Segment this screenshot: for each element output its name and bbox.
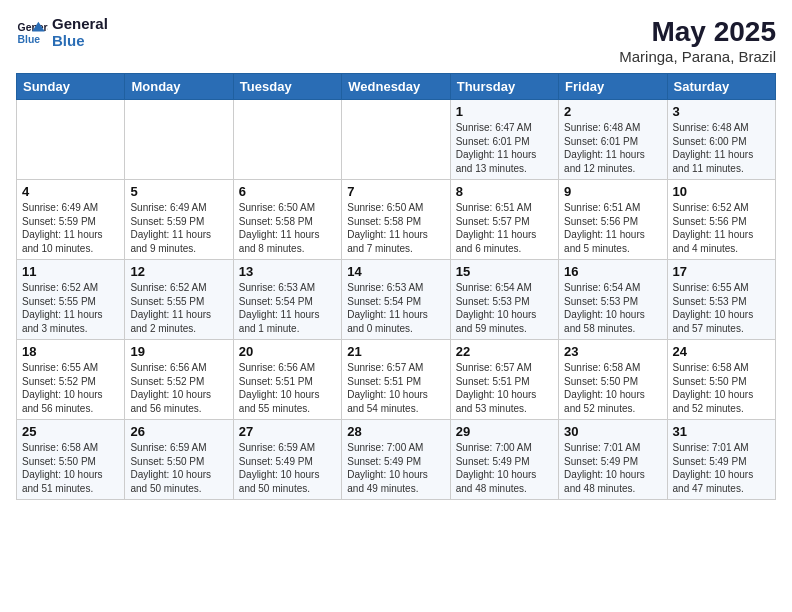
svg-text:General: General bbox=[18, 22, 48, 33]
day-number: 26 bbox=[130, 424, 227, 439]
calendar-cell bbox=[342, 100, 450, 180]
calendar-cell: 6Sunrise: 6:50 AM Sunset: 5:58 PM Daylig… bbox=[233, 180, 341, 260]
calendar-cell: 7Sunrise: 6:50 AM Sunset: 5:58 PM Daylig… bbox=[342, 180, 450, 260]
calendar-week-3: 11Sunrise: 6:52 AM Sunset: 5:55 PM Dayli… bbox=[17, 260, 776, 340]
calendar-week-5: 25Sunrise: 6:58 AM Sunset: 5:50 PM Dayli… bbox=[17, 420, 776, 500]
calendar-cell: 2Sunrise: 6:48 AM Sunset: 6:01 PM Daylig… bbox=[559, 100, 667, 180]
calendar-header-row: SundayMondayTuesdayWednesdayThursdayFrid… bbox=[17, 74, 776, 100]
day-number: 30 bbox=[564, 424, 661, 439]
calendar-cell bbox=[233, 100, 341, 180]
day-header-tuesday: Tuesday bbox=[233, 74, 341, 100]
day-number: 12 bbox=[130, 264, 227, 279]
day-info: Sunrise: 7:01 AM Sunset: 5:49 PM Dayligh… bbox=[564, 441, 661, 495]
calendar-cell: 20Sunrise: 6:56 AM Sunset: 5:51 PM Dayli… bbox=[233, 340, 341, 420]
calendar-week-2: 4Sunrise: 6:49 AM Sunset: 5:59 PM Daylig… bbox=[17, 180, 776, 260]
calendar-cell: 22Sunrise: 6:57 AM Sunset: 5:51 PM Dayli… bbox=[450, 340, 558, 420]
day-info: Sunrise: 6:48 AM Sunset: 6:00 PM Dayligh… bbox=[673, 121, 770, 175]
day-header-friday: Friday bbox=[559, 74, 667, 100]
calendar-cell: 24Sunrise: 6:58 AM Sunset: 5:50 PM Dayli… bbox=[667, 340, 775, 420]
day-number: 8 bbox=[456, 184, 553, 199]
day-info: Sunrise: 6:55 AM Sunset: 5:53 PM Dayligh… bbox=[673, 281, 770, 335]
calendar-cell: 28Sunrise: 7:00 AM Sunset: 5:49 PM Dayli… bbox=[342, 420, 450, 500]
logo-line2: Blue bbox=[52, 33, 108, 50]
day-info: Sunrise: 7:01 AM Sunset: 5:49 PM Dayligh… bbox=[673, 441, 770, 495]
calendar-cell: 15Sunrise: 6:54 AM Sunset: 5:53 PM Dayli… bbox=[450, 260, 558, 340]
day-header-thursday: Thursday bbox=[450, 74, 558, 100]
day-info: Sunrise: 6:47 AM Sunset: 6:01 PM Dayligh… bbox=[456, 121, 553, 175]
day-info: Sunrise: 7:00 AM Sunset: 5:49 PM Dayligh… bbox=[347, 441, 444, 495]
calendar-cell: 27Sunrise: 6:59 AM Sunset: 5:49 PM Dayli… bbox=[233, 420, 341, 500]
day-number: 28 bbox=[347, 424, 444, 439]
calendar-cell: 12Sunrise: 6:52 AM Sunset: 5:55 PM Dayli… bbox=[125, 260, 233, 340]
calendar-cell bbox=[125, 100, 233, 180]
svg-text:Blue: Blue bbox=[18, 33, 41, 44]
calendar-cell: 16Sunrise: 6:54 AM Sunset: 5:53 PM Dayli… bbox=[559, 260, 667, 340]
page-header: General Blue General Blue May 2025 Marin… bbox=[16, 16, 776, 65]
day-info: Sunrise: 7:00 AM Sunset: 5:49 PM Dayligh… bbox=[456, 441, 553, 495]
day-number: 16 bbox=[564, 264, 661, 279]
day-info: Sunrise: 6:54 AM Sunset: 5:53 PM Dayligh… bbox=[456, 281, 553, 335]
day-header-monday: Monday bbox=[125, 74, 233, 100]
day-number: 11 bbox=[22, 264, 119, 279]
day-info: Sunrise: 6:59 AM Sunset: 5:49 PM Dayligh… bbox=[239, 441, 336, 495]
calendar-cell: 8Sunrise: 6:51 AM Sunset: 5:57 PM Daylig… bbox=[450, 180, 558, 260]
day-header-wednesday: Wednesday bbox=[342, 74, 450, 100]
calendar-cell: 1Sunrise: 6:47 AM Sunset: 6:01 PM Daylig… bbox=[450, 100, 558, 180]
day-info: Sunrise: 6:56 AM Sunset: 5:52 PM Dayligh… bbox=[130, 361, 227, 415]
calendar-cell bbox=[17, 100, 125, 180]
logo: General Blue General Blue bbox=[16, 16, 108, 49]
calendar-cell: 31Sunrise: 7:01 AM Sunset: 5:49 PM Dayli… bbox=[667, 420, 775, 500]
day-info: Sunrise: 6:58 AM Sunset: 5:50 PM Dayligh… bbox=[22, 441, 119, 495]
calendar-cell: 14Sunrise: 6:53 AM Sunset: 5:54 PM Dayli… bbox=[342, 260, 450, 340]
day-info: Sunrise: 6:58 AM Sunset: 5:50 PM Dayligh… bbox=[564, 361, 661, 415]
calendar-cell: 23Sunrise: 6:58 AM Sunset: 5:50 PM Dayli… bbox=[559, 340, 667, 420]
day-info: Sunrise: 6:51 AM Sunset: 5:57 PM Dayligh… bbox=[456, 201, 553, 255]
calendar-cell: 10Sunrise: 6:52 AM Sunset: 5:56 PM Dayli… bbox=[667, 180, 775, 260]
day-number: 22 bbox=[456, 344, 553, 359]
day-info: Sunrise: 6:55 AM Sunset: 5:52 PM Dayligh… bbox=[22, 361, 119, 415]
day-number: 18 bbox=[22, 344, 119, 359]
day-info: Sunrise: 6:57 AM Sunset: 5:51 PM Dayligh… bbox=[347, 361, 444, 415]
calendar-cell: 9Sunrise: 6:51 AM Sunset: 5:56 PM Daylig… bbox=[559, 180, 667, 260]
day-info: Sunrise: 6:58 AM Sunset: 5:50 PM Dayligh… bbox=[673, 361, 770, 415]
day-info: Sunrise: 6:52 AM Sunset: 5:55 PM Dayligh… bbox=[130, 281, 227, 335]
calendar-cell: 25Sunrise: 6:58 AM Sunset: 5:50 PM Dayli… bbox=[17, 420, 125, 500]
day-number: 25 bbox=[22, 424, 119, 439]
day-number: 7 bbox=[347, 184, 444, 199]
day-number: 2 bbox=[564, 104, 661, 119]
calendar-cell: 30Sunrise: 7:01 AM Sunset: 5:49 PM Dayli… bbox=[559, 420, 667, 500]
calendar-cell: 4Sunrise: 6:49 AM Sunset: 5:59 PM Daylig… bbox=[17, 180, 125, 260]
day-info: Sunrise: 6:52 AM Sunset: 5:56 PM Dayligh… bbox=[673, 201, 770, 255]
day-info: Sunrise: 6:50 AM Sunset: 5:58 PM Dayligh… bbox=[347, 201, 444, 255]
day-number: 31 bbox=[673, 424, 770, 439]
day-number: 9 bbox=[564, 184, 661, 199]
calendar-cell: 26Sunrise: 6:59 AM Sunset: 5:50 PM Dayli… bbox=[125, 420, 233, 500]
calendar-cell: 19Sunrise: 6:56 AM Sunset: 5:52 PM Dayli… bbox=[125, 340, 233, 420]
day-info: Sunrise: 6:49 AM Sunset: 5:59 PM Dayligh… bbox=[130, 201, 227, 255]
logo-line1: General bbox=[52, 16, 108, 33]
day-number: 5 bbox=[130, 184, 227, 199]
day-number: 13 bbox=[239, 264, 336, 279]
day-number: 6 bbox=[239, 184, 336, 199]
day-info: Sunrise: 6:56 AM Sunset: 5:51 PM Dayligh… bbox=[239, 361, 336, 415]
calendar-week-4: 18Sunrise: 6:55 AM Sunset: 5:52 PM Dayli… bbox=[17, 340, 776, 420]
calendar: SundayMondayTuesdayWednesdayThursdayFrid… bbox=[16, 73, 776, 500]
day-info: Sunrise: 6:57 AM Sunset: 5:51 PM Dayligh… bbox=[456, 361, 553, 415]
calendar-cell: 18Sunrise: 6:55 AM Sunset: 5:52 PM Dayli… bbox=[17, 340, 125, 420]
day-info: Sunrise: 6:51 AM Sunset: 5:56 PM Dayligh… bbox=[564, 201, 661, 255]
calendar-cell: 21Sunrise: 6:57 AM Sunset: 5:51 PM Dayli… bbox=[342, 340, 450, 420]
calendar-cell: 13Sunrise: 6:53 AM Sunset: 5:54 PM Dayli… bbox=[233, 260, 341, 340]
day-header-sunday: Sunday bbox=[17, 74, 125, 100]
title-block: May 2025 Maringa, Parana, Brazil bbox=[619, 16, 776, 65]
day-number: 21 bbox=[347, 344, 444, 359]
calendar-cell: 5Sunrise: 6:49 AM Sunset: 5:59 PM Daylig… bbox=[125, 180, 233, 260]
calendar-week-1: 1Sunrise: 6:47 AM Sunset: 6:01 PM Daylig… bbox=[17, 100, 776, 180]
day-number: 10 bbox=[673, 184, 770, 199]
day-info: Sunrise: 6:59 AM Sunset: 5:50 PM Dayligh… bbox=[130, 441, 227, 495]
day-info: Sunrise: 6:54 AM Sunset: 5:53 PM Dayligh… bbox=[564, 281, 661, 335]
day-info: Sunrise: 6:50 AM Sunset: 5:58 PM Dayligh… bbox=[239, 201, 336, 255]
day-number: 1 bbox=[456, 104, 553, 119]
logo-icon: General Blue bbox=[16, 17, 48, 49]
day-number: 27 bbox=[239, 424, 336, 439]
day-number: 19 bbox=[130, 344, 227, 359]
